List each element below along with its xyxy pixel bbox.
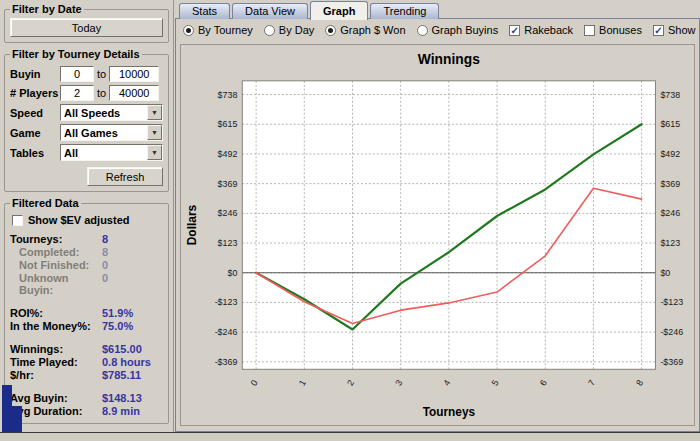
tab-trending[interactable]: Trending (370, 3, 439, 19)
checkbox-label: Rakeback (524, 24, 573, 36)
checkbox-show-luck-adjusted-winn[interactable]: ✓Show Luck Adjusted Winn (653, 24, 699, 36)
stat-value: 0.8 hours (102, 356, 151, 368)
checkbox-label: Show Luck Adjusted Winn (668, 24, 699, 36)
players-to-input[interactable] (109, 85, 159, 101)
svg-text:$246: $246 (660, 208, 680, 218)
radio-icon (417, 25, 428, 36)
svg-text:$492: $492 (218, 149, 238, 159)
chevron-down-icon[interactable]: ▼ (147, 105, 162, 120)
stat-label: Completed: (10, 246, 102, 258)
svg-text:$0: $0 (227, 268, 237, 278)
stat-row: Unknown Buyin:0 (10, 272, 163, 296)
stat-row: Time Played:0.8 hours (10, 356, 163, 368)
radio-icon (183, 25, 194, 36)
radio-graph-buyins[interactable]: Graph Buyins (417, 24, 499, 36)
refresh-button[interactable]: Refresh (87, 167, 163, 186)
show-ev-adjusted-checkbox[interactable]: Show $EV adjusted (12, 214, 163, 226)
svg-text:Dollars: Dollars (185, 204, 199, 245)
chevron-down-icon[interactable]: ▼ (147, 125, 162, 140)
stats-spacer (10, 333, 163, 342)
tab-stats[interactable]: Stats (179, 3, 230, 19)
radio-label: Graph Buyins (432, 24, 499, 36)
svg-text:$738: $738 (660, 90, 680, 100)
chart-panel: $738$738$615$615$492$492$369$369$246$246… (180, 44, 695, 426)
stat-label: In the Money%: (10, 320, 102, 332)
radio-by-tourney[interactable]: By Tourney (183, 24, 253, 36)
buyin-from-input[interactable] (60, 66, 94, 82)
filtered-data-group: Filtered Data Show $EV adjusted Tourneys… (4, 197, 169, 424)
stat-value: 8.9 min (102, 405, 140, 417)
stat-value: 8 (102, 233, 108, 245)
filter-by-date-group: Filter by Date Today (4, 3, 169, 43)
svg-text:2: 2 (345, 378, 356, 387)
graph-options-row: By TourneyBy DayGraph $ WonGraph Buyins✓… (176, 19, 699, 41)
tab-graph[interactable]: Graph (310, 1, 368, 20)
stat-row: Avg Buyin:$148.13 (10, 392, 163, 404)
mini-bar (2, 385, 12, 432)
checkbox-bonuses[interactable]: Bonuses (584, 24, 642, 36)
svg-text:$615: $615 (660, 119, 680, 129)
buyin-to-input[interactable] (109, 66, 159, 82)
tables-label: Tables (10, 147, 60, 159)
players-from-input[interactable] (60, 85, 94, 101)
svg-text:$246: $246 (218, 208, 238, 218)
stat-row: Winnings:$615.00 (10, 343, 163, 355)
svg-text:$369: $369 (218, 179, 238, 189)
players-to-word: to (97, 87, 106, 99)
svg-text:Tourneys: Tourneys (423, 405, 476, 419)
stat-label: Not Finished: (10, 259, 102, 271)
speed-select[interactable]: All Speeds ▼ (60, 104, 163, 121)
game-select[interactable]: All Games ▼ (60, 124, 163, 141)
svg-text:0: 0 (249, 378, 260, 387)
winnings-chart: $738$738$615$615$492$492$369$369$246$246… (181, 45, 694, 425)
svg-text:$615: $615 (218, 119, 238, 129)
svg-text:5: 5 (490, 378, 501, 387)
svg-text:6: 6 (538, 378, 549, 387)
sidebar: Filter by Date Today Filter by Tourney D… (0, 0, 174, 432)
stat-value: 75.0% (102, 320, 133, 332)
tables-select-value: All (64, 147, 78, 159)
radio-graph-won[interactable]: Graph $ Won (325, 24, 405, 36)
players-label: # Players (10, 87, 60, 99)
checkbox-icon (584, 25, 595, 36)
svg-text:$738: $738 (218, 90, 238, 100)
svg-text:-$369: -$369 (215, 357, 238, 367)
filter-details-group: Filter by Tourney Details Buyin to # Pla… (4, 48, 169, 192)
checkbox-label: Bonuses (599, 24, 642, 36)
stat-label: Tourneys: (10, 233, 102, 245)
speed-select-value: All Speeds (64, 107, 120, 119)
window-bottom-edge (0, 432, 700, 441)
svg-text:Winnings: Winnings (418, 51, 480, 67)
svg-text:$0: $0 (660, 268, 670, 278)
stat-value: $148.13 (102, 392, 142, 404)
tables-select[interactable]: All ▼ (60, 144, 163, 161)
buyin-to-word: to (97, 68, 106, 80)
filtered-data-title: Filtered Data (10, 197, 81, 209)
stat-row: Avg Duration:8.9 min (10, 405, 163, 417)
chevron-down-icon[interactable]: ▼ (147, 145, 162, 160)
radio-label: Graph $ Won (340, 24, 405, 36)
stat-row: In the Money%:75.0% (10, 320, 163, 332)
checkbox-icon: ✓ (509, 25, 520, 36)
svg-text:$492: $492 (660, 149, 680, 159)
buyin-row: Buyin to (10, 66, 163, 82)
svg-text:-$123: -$123 (215, 297, 238, 307)
svg-text:-$246: -$246 (660, 327, 683, 337)
radio-by-day[interactable]: By Day (264, 24, 314, 36)
stat-value: 0 (102, 259, 108, 271)
mini-bar (12, 406, 22, 432)
today-button[interactable]: Today (10, 18, 163, 37)
stat-row: Not Finished:0 (10, 259, 163, 271)
tab-strip: StatsData ViewGraphTrending (175, 0, 700, 19)
mini-bar-chart (2, 385, 22, 432)
checkbox-rakeback[interactable]: ✓Rakeback (509, 24, 573, 36)
svg-text:4: 4 (441, 378, 452, 387)
checkbox-icon: ✓ (653, 25, 664, 36)
radio-icon (325, 25, 336, 36)
stat-value: 8 (102, 246, 108, 258)
stat-label: ROI%: (10, 307, 102, 319)
radio-label: By Tourney (198, 24, 253, 36)
tab-data-view[interactable]: Data View (232, 3, 308, 19)
stat-label: Time Played: (10, 356, 102, 368)
graph-tab-page: By TourneyBy DayGraph $ WonGraph Buyins✓… (175, 18, 700, 432)
